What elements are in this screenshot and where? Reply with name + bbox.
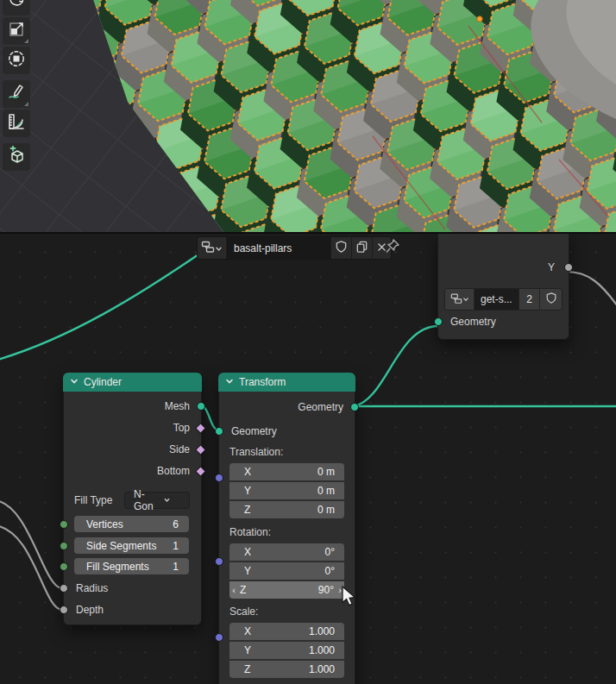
group-input-label: Geometry xyxy=(450,315,496,329)
group-datablock-row: get-s... 2 xyxy=(444,288,563,311)
vertices-field[interactable]: Vertices 6 xyxy=(74,516,189,532)
cylinder-node-header[interactable]: Cylinder xyxy=(63,373,202,392)
input-socket-side-segments[interactable] xyxy=(60,542,68,550)
group-tree-type-button[interactable] xyxy=(445,289,474,310)
fill-type-label: Fill Type xyxy=(74,493,112,507)
output-label-side: Side xyxy=(169,442,190,456)
translation-z-field[interactable]: Z 0 m xyxy=(229,501,344,518)
rotation-x-field[interactable]: X 0° xyxy=(229,543,344,561)
rotation-z-field[interactable]: ‹ Z 90° › xyxy=(229,581,344,599)
fill-segments-field[interactable]: Fill Segments 1 xyxy=(74,558,189,574)
group-output-socket-y[interactable] xyxy=(564,263,573,272)
annotate-tool-button[interactable] xyxy=(3,80,30,108)
3d-viewport[interactable] xyxy=(0,0,616,234)
rotation-y-field[interactable]: Y 0° xyxy=(229,562,344,580)
node-tree-icon xyxy=(450,292,462,307)
chevron-down-icon xyxy=(163,494,184,506)
output-socket-geometry[interactable] xyxy=(350,403,359,411)
translation-x-field[interactable]: X 0 m xyxy=(229,463,344,480)
input-socket-radius[interactable] xyxy=(60,584,68,593)
scale-z-field[interactable]: Z 1.000 xyxy=(229,661,344,678)
measure-tool-button[interactable] xyxy=(3,110,30,137)
shield-icon xyxy=(335,240,348,257)
node-tree-selector-bar: basalt-pillars xyxy=(197,236,392,260)
fake-user-button[interactable] xyxy=(330,237,351,259)
decrement-arrow-icon[interactable]: ‹ xyxy=(229,585,238,595)
input-label-geometry: Geometry xyxy=(231,424,277,438)
node-group-get-s[interactable]: Y get-s... 2 G xyxy=(437,234,569,340)
transform-tool-button[interactable] xyxy=(3,47,30,74)
group-fake-user-button[interactable] xyxy=(539,289,562,310)
side-segments-field[interactable]: Side Segments 1 xyxy=(74,537,189,554)
geometry-node-editor[interactable]: basalt-pillars xyxy=(0,234,616,684)
group-name-input[interactable]: get-s... xyxy=(474,289,519,310)
input-socket-geometry[interactable] xyxy=(215,427,223,436)
hex-pillar-render xyxy=(0,0,616,234)
collapse-chevron-icon[interactable] xyxy=(70,376,79,388)
blender-window: basalt-pillars xyxy=(0,0,616,684)
input-socket-rotation[interactable] xyxy=(215,557,223,566)
output-socket-mesh[interactable] xyxy=(197,402,205,411)
new-datablock-button[interactable] xyxy=(351,237,372,259)
translation-section-label: Translation: xyxy=(229,445,283,459)
node-tree-name-input[interactable]: basalt-pillars xyxy=(226,237,330,259)
scale-y-field[interactable]: Y 1.000 xyxy=(229,642,344,659)
output-label-top: Top xyxy=(173,421,190,435)
scale-tool-button[interactable] xyxy=(3,17,30,45)
node-tree-icon xyxy=(201,240,215,257)
translation-y-field[interactable]: Y 0 m xyxy=(229,482,344,499)
transform-node-header[interactable]: Transform xyxy=(218,373,355,392)
input-socket-fill-segments[interactable] xyxy=(60,562,68,571)
pin-icon[interactable] xyxy=(385,238,400,258)
input-socket-vertices[interactable] xyxy=(60,520,68,529)
input-label-radius: Radius xyxy=(76,581,108,595)
scale-section-label: Scale: xyxy=(229,605,258,618)
fill-type-dropdown[interactable]: N-Gon xyxy=(124,492,190,509)
group-users-count-button[interactable]: 2 xyxy=(519,289,539,310)
shield-icon xyxy=(545,292,557,307)
input-socket-depth[interactable] xyxy=(60,606,68,614)
group-output-label: Y xyxy=(548,260,555,274)
output-label-geometry: Geometry xyxy=(298,400,343,414)
copy-icon xyxy=(355,240,368,257)
rotation-section-label: Rotation: xyxy=(229,525,271,539)
add-cube-tool-button[interactable] xyxy=(3,143,30,171)
rotate-tool-button[interactable] xyxy=(3,0,30,16)
add-cube-icon xyxy=(7,146,26,168)
input-socket-translation[interactable] xyxy=(215,474,223,482)
node-title: Transform xyxy=(239,376,286,388)
collapse-chevron-icon[interactable] xyxy=(225,376,234,388)
measure-icon xyxy=(7,112,26,135)
group-input-socket-geometry[interactable] xyxy=(434,317,443,326)
output-label-mesh: Mesh xyxy=(165,399,190,413)
node-transform[interactable]: Transform Geometry Geometry Translation:… xyxy=(218,373,355,684)
chevron-down-icon xyxy=(215,241,223,256)
scale-x-field[interactable]: X 1.000 xyxy=(229,623,344,640)
node-cylinder[interactable]: Cylinder Mesh Top Side Bottom Fill Type … xyxy=(63,373,202,625)
node-title: Cylinder xyxy=(84,376,122,388)
transform-icon xyxy=(7,49,26,72)
chevron-down-icon xyxy=(462,293,469,305)
input-socket-scale[interactable] xyxy=(215,633,223,642)
node-tree-type-button[interactable] xyxy=(198,237,226,259)
viewport-toolbar xyxy=(3,0,30,173)
fill-type-value: N-Gon xyxy=(134,488,154,512)
output-label-bottom: Bottom xyxy=(157,464,190,478)
annotate-pen-icon xyxy=(7,83,26,105)
input-label-depth: Depth xyxy=(76,603,104,617)
scale-icon xyxy=(7,20,26,42)
rotate-icon xyxy=(7,0,26,13)
mouse-cursor xyxy=(341,586,358,610)
